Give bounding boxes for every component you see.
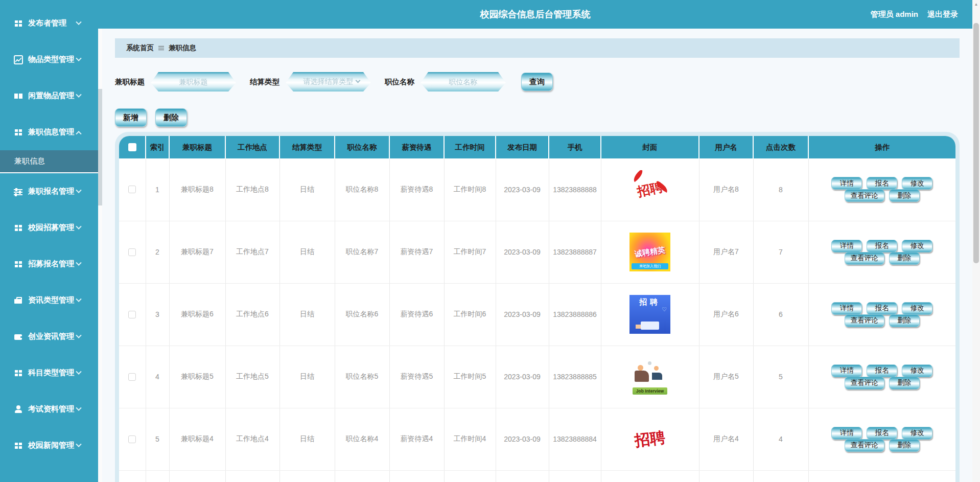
cell-clicks: 7	[753, 221, 808, 283]
delete-row-button[interactable]: 删除	[889, 314, 920, 327]
edit-button[interactable]: 修改	[902, 177, 932, 190]
chevron-down-icon	[76, 91, 81, 97]
breadcrumb-home-link[interactable]: 系统首页	[126, 43, 154, 53]
cell-position: 职位名称7	[335, 221, 389, 283]
sidebar-item-campus-news-mgmt[interactable]: 校园新闻管理	[0, 427, 98, 464]
cell-position: 职位名称6	[335, 283, 389, 346]
signup-button[interactable]: 报名	[867, 427, 897, 440]
col-actions: 操作	[808, 136, 955, 158]
sidebar-item-recruit-signup-mgmt[interactable]: 招募报名管理	[0, 246, 98, 282]
sidebar-scrollbar[interactable]	[98, 29, 102, 482]
view-comments-button[interactable]: 查看评论	[845, 252, 884, 265]
cell-username: 用户名7	[699, 221, 753, 283]
title-search-input[interactable]	[162, 78, 224, 86]
view-comments-button[interactable]: 查看评论	[845, 439, 884, 452]
cell-phone: 13823888887	[549, 221, 601, 283]
grid-icon	[14, 441, 23, 450]
filter-position-label: 职位名称	[385, 77, 414, 87]
row-checkbox[interactable]	[128, 248, 136, 256]
cell-title: 兼职标题4	[169, 408, 225, 470]
cell-location: 工作地点5	[225, 346, 279, 408]
cover-image: 招聘	[629, 420, 670, 458]
col-salary: 薪资待遇	[389, 136, 444, 158]
delete-row-button[interactable]: 删除	[889, 252, 920, 265]
cell-work-time: 工作时间4	[444, 408, 496, 470]
select-all-checkbox[interactable]	[128, 143, 136, 151]
detail-button[interactable]: 详情	[831, 427, 862, 440]
grid-icon	[14, 369, 23, 378]
edit-button[interactable]: 修改	[902, 240, 932, 253]
col-publish-date: 发布日期	[496, 136, 549, 158]
row-checkbox[interactable]	[128, 311, 136, 318]
sidebar: 发布者管理 物品类型管理 闲置物品管理 兼职信息管理 兼职信息 兼职报名管理 校…	[0, 0, 98, 482]
edit-button[interactable]: 修改	[902, 364, 932, 377]
row-checkbox[interactable]	[128, 373, 136, 381]
delete-button[interactable]: 删除	[155, 108, 187, 127]
cell-clicks: 6	[753, 283, 808, 346]
sidebar-scrollbar-thumb[interactable]	[98, 89, 102, 205]
table-row: 5 兼职标题4 工作地点4 日结 职位名称4 薪资待遇4 工作时间4 2023-…	[119, 408, 955, 470]
view-comments-button[interactable]: 查看评论	[845, 377, 884, 389]
edit-button[interactable]: 修改	[902, 427, 932, 440]
cell-username: 用户名8	[699, 158, 753, 221]
sliders-icon	[14, 187, 23, 196]
signup-button[interactable]: 报名	[867, 240, 897, 253]
cell-index: 2	[146, 221, 169, 283]
cell-location: 工作地点7	[225, 221, 279, 283]
row-checkbox[interactable]	[128, 186, 136, 193]
cell-location: 工作地点6	[225, 283, 279, 346]
cell-location: 工作地点4	[225, 408, 279, 470]
detail-button[interactable]: 详情	[831, 177, 862, 190]
sidebar-item-idle-goods-mgmt[interactable]: 闲置物品管理	[0, 78, 98, 114]
title-search-input-wrap	[151, 72, 236, 91]
add-button[interactable]: 新增	[115, 108, 147, 127]
window-scrollbar-thumb[interactable]	[973, 23, 979, 263]
detail-button[interactable]: 详情	[831, 364, 862, 377]
window-scrollbar[interactable]: ▲	[972, 0, 980, 482]
row-actions: 详情 报名 修改 查看评论 删除	[809, 364, 956, 389]
sidebar-item-goods-type-mgmt[interactable]: 物品类型管理	[0, 41, 98, 78]
search-button[interactable]: 查询	[521, 73, 553, 91]
delete-row-button[interactable]: 删除	[889, 189, 920, 202]
edit-button[interactable]: 修改	[902, 302, 932, 315]
user-icon	[14, 405, 23, 414]
sidebar-item-subject-type-mgmt[interactable]: 科目类型管理	[0, 355, 98, 391]
view-comments-button[interactable]: 查看评论	[845, 314, 884, 327]
detail-button[interactable]: 详情	[831, 240, 862, 253]
briefcase-icon	[14, 296, 23, 305]
scroll-up-arrow[interactable]: ▲	[972, 0, 980, 9]
delete-row-button[interactable]: 删除	[889, 439, 920, 452]
sidebar-subitem-parttime-info[interactable]: 兼职信息	[0, 150, 98, 173]
view-comments-button[interactable]: 查看评论	[845, 189, 884, 202]
detail-button[interactable]: 详情	[831, 302, 862, 315]
col-settle-type: 结算类型	[279, 136, 335, 158]
toolbar: 新增 删除	[115, 108, 960, 127]
signup-button[interactable]: 报名	[867, 364, 897, 377]
cell-index: 1	[146, 158, 169, 221]
cell-work-time: 工作时间5	[444, 346, 496, 408]
sidebar-item-startup-info-mgmt[interactable]: 创业资讯管理	[0, 318, 98, 355]
signup-button[interactable]: 报名	[867, 302, 897, 315]
col-username: 用户名	[699, 136, 753, 158]
sidebar-item-parttime-info-mgmt[interactable]: 兼职信息管理	[0, 114, 98, 150]
sidebar-item-publisher-mgmt[interactable]: 发布者管理	[0, 5, 98, 41]
sidebar-item-parttime-signup-mgmt[interactable]: 兼职报名管理	[0, 173, 98, 210]
chevron-down-icon	[356, 78, 361, 83]
sidebar-item-exam-material-mgmt[interactable]: 考试资料管理	[0, 391, 98, 427]
sidebar-item-campus-recruit-mgmt[interactable]: 校园招募管理	[0, 210, 98, 246]
position-search-input[interactable]	[432, 78, 494, 86]
logout-link[interactable]: 退出登录	[927, 0, 958, 29]
cell-position: 职位名称5	[335, 346, 389, 408]
cell-username: 用户名6	[699, 283, 753, 346]
delete-row-button[interactable]: 删除	[889, 377, 920, 389]
row-checkbox[interactable]	[128, 435, 136, 443]
table-row: 2 兼职标题7 工作地点7 日结 职位名称7 薪资待遇7 工作时间7 2023-…	[119, 221, 955, 283]
chevron-down-icon	[76, 296, 81, 302]
table-row: 4 兼职标题5 工作地点5 日结 职位名称5 薪资待遇5 工作时间5 2023-…	[119, 346, 955, 408]
breadcrumb-current: 兼职信息	[169, 43, 196, 53]
signup-button[interactable]: 报名	[867, 177, 897, 190]
settle-type-select[interactable]: 请选择结算类型	[286, 72, 371, 91]
sidebar-item-info-type-mgmt[interactable]: 资讯类型管理	[0, 282, 98, 318]
table-row-partial	[119, 470, 955, 482]
grid-icon	[14, 223, 23, 233]
